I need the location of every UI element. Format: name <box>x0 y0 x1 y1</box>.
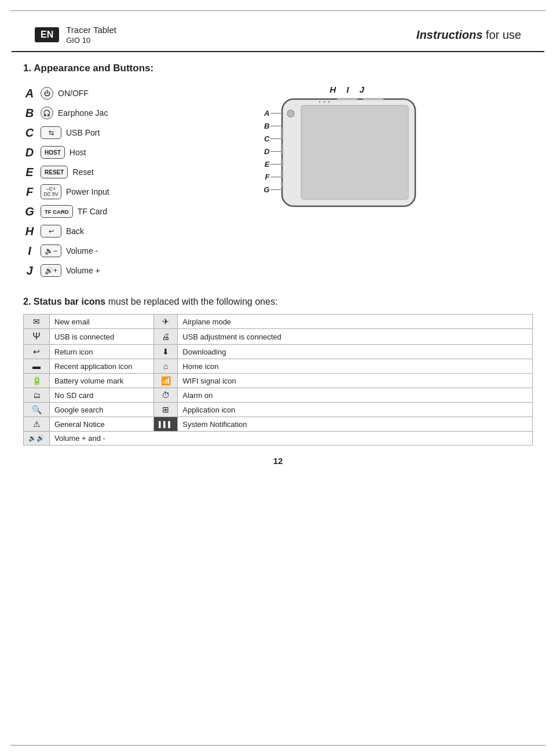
icon-cell: ⌂ <box>154 359 178 374</box>
onoff-icon: ⏻ <box>41 87 53 100</box>
desc-f: Power Input <box>66 187 109 196</box>
section1-title: 1. Appearance and Buttons: <box>23 63 533 74</box>
table-row: Ψ USB is connected 🖨 USB adjustment is c… <box>24 329 533 345</box>
instructions-rest: for use <box>482 28 521 41</box>
desc-g: TF Card <box>78 207 107 216</box>
side-labels: A B C D E <box>260 107 281 196</box>
button-row-b: B 🎧 Earphone Jac <box>23 104 109 122</box>
icon-cell: 🔍 <box>24 403 50 417</box>
table-row: 🔉🔊 Volume + and - <box>24 432 533 445</box>
table-row: 🔍 Google search ⊞ Application icon <box>24 403 533 417</box>
desc-a: ON/OFF <box>58 89 89 98</box>
desc-b: Earphone Jac <box>58 108 108 118</box>
icon-cell: ▌▌▌ <box>154 417 178 432</box>
icon-cell: 🗂 <box>24 388 50 403</box>
desc-cell: Application icon <box>178 403 533 417</box>
icon-cell: ↩ <box>24 345 50 359</box>
button-row-h: H ↩ Back <box>23 222 109 240</box>
desc-cell: Alarm on <box>178 388 533 403</box>
svg-rect-1 <box>301 105 408 199</box>
reset-icon: RESET <box>41 166 68 178</box>
table-row: ▬ Recent application icon ⌂ Home icon <box>24 359 533 374</box>
product-info: Tracer Tablet GIO 10 <box>66 24 116 45</box>
desc-i: Volume - <box>66 246 98 255</box>
section2-title-bold: 2. Status bar icons <box>23 297 105 306</box>
page-border-top <box>10 10 546 11</box>
icon-cell: ✉ <box>24 315 50 329</box>
desc-cell: USB adjustment is connected <box>178 329 533 345</box>
svg-rect-6 <box>281 128 283 138</box>
icon-cell: 🔉🔊 <box>24 432 50 445</box>
lang-badge: EN <box>35 27 59 42</box>
svg-point-5 <box>328 101 330 103</box>
desc-cell: USB is connected <box>50 329 154 345</box>
top-label-j: J <box>359 85 364 94</box>
desc-cell: WIFI signal icon <box>178 374 533 388</box>
desc-c: USB Port <box>66 128 100 137</box>
icon-cell: ✈ <box>154 315 178 329</box>
icon-cell: ⚠ <box>24 417 50 432</box>
desc-cell: Home icon <box>178 359 533 374</box>
desc-cell: Downloading <box>178 345 533 359</box>
svg-rect-10 <box>281 182 283 187</box>
icon-cell: ⬇ <box>154 345 178 359</box>
button-row-c: C ⇆ USB Port <box>23 124 109 141</box>
page-header: EN Tracer Tablet GIO 10 Instructions for… <box>12 12 544 52</box>
button-row-f: F –C+ DC 5V Power Input <box>23 183 109 200</box>
icon-cell: ▬ <box>24 359 50 374</box>
appearance-section: A ⏻ ON/OFF B 🎧 Earphone Jac C ⇆ USB Port… <box>23 85 533 279</box>
desc-cell: Google search <box>50 403 154 417</box>
host-icon: HOST <box>41 146 65 159</box>
icon-cell: 🔋 <box>24 374 50 388</box>
svg-rect-12 <box>363 98 383 100</box>
status-table: ✉ New email ✈ Airplane mode Ψ USB is con… <box>23 314 533 445</box>
side-label-d: D <box>260 145 281 158</box>
side-label-b: B <box>260 119 281 132</box>
tfcard-icon: TF CARD <box>41 205 73 218</box>
product-model: GIO 10 <box>66 36 116 46</box>
side-label-c: C <box>260 132 281 145</box>
vol-minus-icon: 🔈– <box>41 244 61 257</box>
desc-e: Reset <box>72 167 94 177</box>
letter-g: G <box>23 205 36 218</box>
table-row: ⚠ General Notice ▌▌▌ System Notification <box>24 417 533 432</box>
desc-cell: Airplane mode <box>178 315 533 329</box>
letter-d: D <box>23 146 36 159</box>
earphone-icon: 🎧 <box>41 107 53 119</box>
desc-cell: Battery volume mark <box>50 374 154 388</box>
svg-rect-9 <box>281 170 283 177</box>
icon-cell: ⊞ <box>154 403 178 417</box>
header-left: EN Tracer Tablet GIO 10 <box>35 24 116 45</box>
letter-c: C <box>23 126 36 140</box>
button-row-i: I 🔈– Volume - <box>23 242 109 260</box>
svg-rect-7 <box>281 144 283 154</box>
product-name: Tracer Tablet <box>66 24 116 36</box>
table-row: ↩ Return icon ⬇ Downloading <box>24 345 533 359</box>
desc-cell: System Notification <box>178 417 533 432</box>
desc-cell: Return icon <box>50 345 154 359</box>
tablet-body <box>279 96 418 214</box>
desc-d: Host <box>70 148 86 157</box>
side-label-a: A <box>260 107 281 119</box>
top-label-h: H <box>330 85 336 94</box>
section2-title: 2. Status bar icons must be replaced wit… <box>23 297 533 307</box>
header-instructions: Instructions for use <box>416 28 521 42</box>
button-row-d: D HOST Host <box>23 144 109 161</box>
desc-cell: General Notice <box>50 417 154 432</box>
svg-point-3 <box>319 101 321 103</box>
tablet-svg <box>279 96 418 212</box>
svg-rect-8 <box>281 159 283 166</box>
back-icon: ↩ <box>41 225 61 238</box>
section2-title-rest: must be replaced with the following ones… <box>105 297 277 306</box>
icon-cell: 📶 <box>154 374 178 388</box>
svg-point-4 <box>324 101 325 103</box>
table-row: 🗂 No SD card ⏱ Alarm on <box>24 388 533 403</box>
tablet-illustration: H I J A B C <box>121 85 533 279</box>
desc-cell: Volume + and - <box>50 432 533 445</box>
page-number: 12 <box>23 456 533 466</box>
top-label-i: I <box>346 85 349 94</box>
letter-i: I <box>23 244 36 258</box>
side-label-e: E <box>260 158 281 170</box>
svg-point-2 <box>287 110 294 117</box>
button-row-a: A ⏻ ON/OFF <box>23 85 109 102</box>
